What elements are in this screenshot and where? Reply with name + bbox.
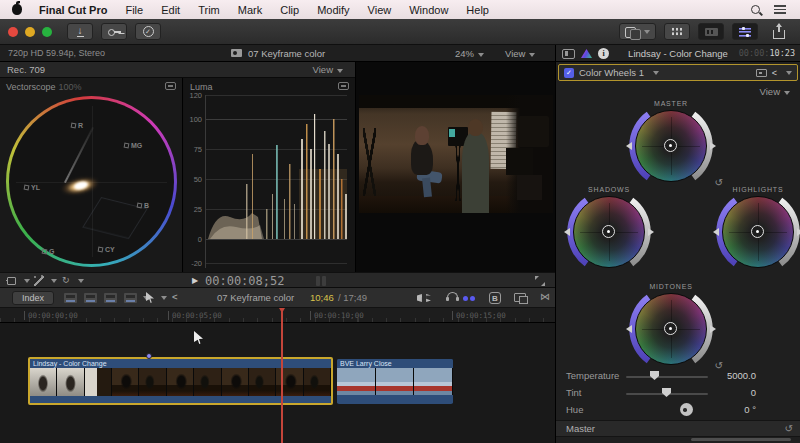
overwrite-clip-button[interactable] bbox=[124, 293, 137, 303]
keyword-editor-button[interactable] bbox=[101, 23, 127, 40]
saturation-pointer[interactable] bbox=[626, 142, 632, 150]
param-value[interactable]: 0 bbox=[706, 387, 756, 398]
chevron-down-icon[interactable] bbox=[161, 296, 167, 300]
color-wheel-shadows: SHADOWS bbox=[549, 186, 669, 268]
audio-meter[interactable] bbox=[322, 276, 326, 286]
chevron-down-icon[interactable] bbox=[51, 279, 57, 283]
secondary-display-icon[interactable] bbox=[514, 293, 526, 302]
control-center-icon[interactable] bbox=[774, 5, 786, 14]
reset-arrow-icon[interactable]: < bbox=[772, 68, 777, 78]
brightness-pointer[interactable] bbox=[710, 325, 716, 333]
keyframe-marker[interactable] bbox=[146, 353, 152, 359]
inspector-view-dropdown[interactable]: View bbox=[760, 86, 790, 97]
saturation-pointer[interactable] bbox=[626, 325, 632, 333]
brightness-pointer[interactable] bbox=[648, 228, 654, 236]
horizontal-scrollbar[interactable] bbox=[691, 438, 791, 441]
apple-menu-icon[interactable] bbox=[12, 4, 22, 15]
viewer-view-dropdown[interactable]: View bbox=[505, 48, 535, 59]
color-correction-row[interactable]: ✓ Color Wheels 1 < bbox=[558, 64, 798, 81]
background-tasks-button[interactable]: ✓ bbox=[135, 23, 161, 40]
param-value[interactable]: 0 ° bbox=[706, 404, 756, 415]
chevron-down-icon[interactable] bbox=[786, 71, 792, 75]
wheel-puck[interactable] bbox=[602, 225, 615, 238]
reset-icon[interactable]: ↺ bbox=[785, 423, 793, 434]
video-interviewee bbox=[415, 126, 429, 145]
menu-clip[interactable]: Clip bbox=[271, 4, 308, 16]
enhancements-wand-icon[interactable] bbox=[34, 276, 44, 286]
zoom-window-button[interactable] bbox=[42, 27, 52, 37]
wheel-puck[interactable] bbox=[751, 225, 764, 238]
audio-meter[interactable] bbox=[316, 276, 320, 286]
scope-settings-icon[interactable] bbox=[338, 82, 349, 90]
connect-clip-button[interactable] bbox=[64, 293, 77, 303]
browser-grid-button[interactable] bbox=[664, 23, 690, 40]
menu-app-name[interactable]: Final Cut Pro bbox=[30, 4, 116, 16]
menu-modify[interactable]: Modify bbox=[308, 4, 358, 16]
timeline-history-back[interactable]: < bbox=[172, 291, 178, 302]
slider-handle[interactable] bbox=[662, 388, 671, 397]
scope-settings-icon[interactable] bbox=[165, 82, 176, 90]
minimize-window-button[interactable] bbox=[25, 27, 35, 37]
playhead[interactable] bbox=[281, 308, 283, 443]
tint-slider[interactable] bbox=[626, 393, 708, 395]
wheel-control[interactable]: ↺ bbox=[635, 293, 707, 365]
scopes-view-dropdown[interactable]: View bbox=[313, 64, 343, 75]
master-section-footer[interactable]: Master ↺ bbox=[556, 420, 800, 437]
wheel-puck[interactable] bbox=[664, 322, 677, 335]
select-tool-icon[interactable] bbox=[146, 292, 154, 303]
retime-icon[interactable]: ↻ bbox=[62, 275, 70, 285]
effect-enabled-checkbox[interactable]: ✓ bbox=[564, 68, 574, 78]
saturation-pointer[interactable] bbox=[564, 228, 570, 236]
solo-indicator[interactable] bbox=[470, 296, 475, 301]
clip-appearance-icon[interactable]: ⋈ bbox=[540, 291, 550, 302]
saturation-pointer[interactable] bbox=[713, 228, 719, 236]
spotlight-search-icon[interactable] bbox=[751, 5, 760, 14]
play-button[interactable]: ▶ bbox=[192, 276, 198, 285]
hue-knob[interactable] bbox=[680, 403, 693, 416]
import-media-button[interactable]: ↓ bbox=[67, 23, 93, 40]
append-clip-button[interactable] bbox=[104, 293, 117, 303]
menu-mark[interactable]: Mark bbox=[229, 4, 271, 16]
timeline-tracks[interactable]: Lindsay - Color Change BVE Larry Close bbox=[0, 323, 555, 443]
chevron-down-icon[interactable] bbox=[24, 279, 30, 283]
audio-skimming-icon[interactable] bbox=[447, 292, 458, 299]
wheel-control[interactable] bbox=[573, 196, 645, 268]
fullscreen-icon[interactable] bbox=[535, 276, 545, 286]
effects-browser-button[interactable] bbox=[619, 23, 656, 40]
trim-icon[interactable] bbox=[417, 294, 431, 302]
view-on-viewer-icon[interactable] bbox=[756, 69, 767, 77]
viewer-zoom-dropdown[interactable]: 24% bbox=[455, 48, 484, 59]
timeline-clip-lindsay[interactable]: Lindsay - Color Change bbox=[28, 357, 333, 405]
slider-handle[interactable] bbox=[650, 371, 659, 380]
media-browser-button[interactable] bbox=[698, 23, 724, 40]
wheel-control[interactable]: ↺ bbox=[635, 110, 707, 182]
timeline-clip-bve-larry[interactable]: BVE Larry Close bbox=[337, 359, 453, 404]
menu-help[interactable]: Help bbox=[457, 4, 498, 16]
param-value[interactable]: 5000.0 bbox=[706, 370, 756, 381]
crop-tool-icon[interactable] bbox=[7, 277, 16, 285]
share-button[interactable] bbox=[766, 23, 792, 40]
timeline-index-button[interactable]: Index bbox=[12, 291, 54, 305]
inspector-sliders-icon bbox=[739, 27, 751, 37]
close-window-button[interactable] bbox=[8, 27, 18, 37]
inspector-toggle-button[interactable] bbox=[732, 23, 758, 40]
snapping-button[interactable]: B bbox=[489, 292, 501, 304]
insert-clip-button[interactable] bbox=[84, 293, 97, 303]
luma-axis-tick: 0 bbox=[184, 235, 202, 244]
wheel-control[interactable] bbox=[722, 196, 794, 268]
menu-edit[interactable]: Edit bbox=[152, 4, 189, 16]
temperature-slider[interactable] bbox=[626, 376, 708, 378]
menu-window[interactable]: Window bbox=[400, 4, 457, 16]
effect-name-dropdown[interactable]: Color Wheels 1 bbox=[579, 67, 644, 78]
timeline-project-title[interactable]: 07 Keyframe color bbox=[217, 292, 294, 303]
menu-view[interactable]: View bbox=[359, 4, 401, 16]
brightness-pointer[interactable] bbox=[710, 142, 716, 150]
ruler-tick-label: 00:00:05;00 bbox=[168, 311, 222, 320]
menu-trim[interactable]: Trim bbox=[189, 4, 229, 16]
menu-file[interactable]: File bbox=[116, 4, 152, 16]
luma-axis-tick: 25 bbox=[184, 205, 202, 214]
chevron-down-icon[interactable] bbox=[78, 279, 84, 283]
solo-indicator[interactable] bbox=[463, 296, 468, 301]
wheel-puck[interactable] bbox=[664, 139, 677, 152]
timeline-ruler[interactable]: 00:00:00;00 00:00:05;00 00:00:10;00 00:0… bbox=[0, 308, 555, 323]
